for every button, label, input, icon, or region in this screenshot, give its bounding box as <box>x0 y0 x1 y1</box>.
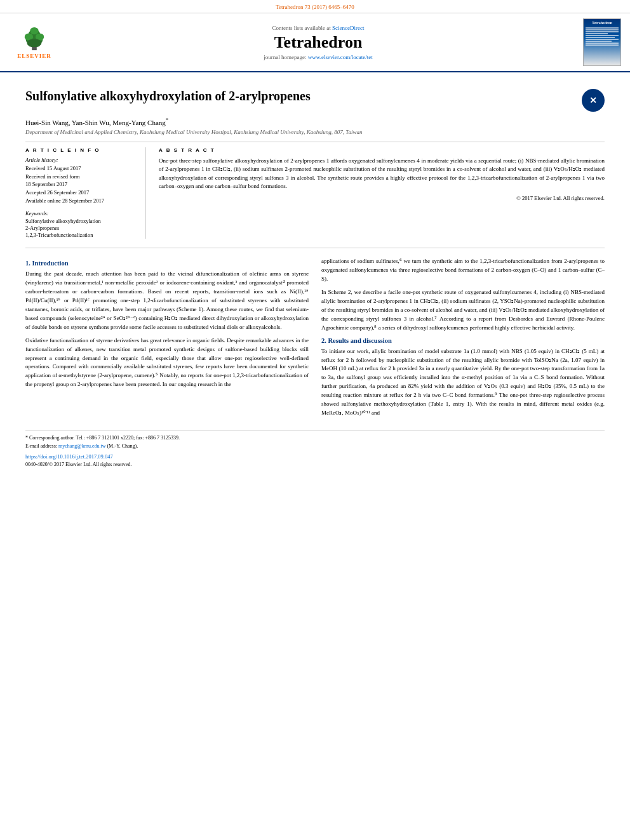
keyword-2: 2-Arylpropenes <box>25 225 137 231</box>
svg-point-4 <box>30 27 38 34</box>
journal-homepage-line: journal homepage: www.elsevier.com/locat… <box>60 54 577 60</box>
email-label: E-mail address: <box>25 443 57 449</box>
abstract-label: A B S T R A C T <box>159 147 605 153</box>
email-name: (M.-Y. Chang). <box>107 443 138 449</box>
abstract-column: A B S T R A C T One-pot three-step sulfo… <box>159 147 605 239</box>
doi-link[interactable]: https://doi.org/10.1016/j.tet.2017.09.04… <box>25 453 113 460</box>
journal-header: ELSEVIER Contents lists available at Sci… <box>0 13 630 72</box>
issn-line: 0040-4020/© 2017 Elsevier Ltd. All right… <box>25 462 605 467</box>
elsevier-label: ELSEVIER <box>17 53 51 59</box>
elsevier-logo: ELSEVIER <box>9 26 60 59</box>
keyword-1: Sulfonylative alkoxyhydroxylation <box>25 218 137 224</box>
corresponding-author-note: * Corresponding author. Tel.: +886 7 312… <box>25 434 605 441</box>
homepage-url[interactable]: www.elsevier.com/locate/tet <box>308 54 373 60</box>
email-link[interactable]: mychang@kmu.edu.tw <box>58 443 105 449</box>
abstract-copyright: © 2017 Elsevier Ltd. All rights reserved… <box>159 195 605 201</box>
revised-date: 18 September 2017 <box>25 181 137 189</box>
journal-middle: Contents lists available at ScienceDirec… <box>60 25 577 60</box>
divider-2 <box>25 248 605 248</box>
top-reference-bar: Tetrahedron 73 (2017) 6465–6470 <box>0 0 630 13</box>
body-two-col: 1. Introduction During the past decade, … <box>25 257 605 422</box>
journal-name: Tetrahedron <box>60 33 577 52</box>
journal-cover-image: Tetrahedron <box>577 18 621 66</box>
crossmark-badge[interactable]: ✕ <box>582 89 605 112</box>
keyword-3: 1,2,3-Tricarbofunctionalization <box>25 232 137 238</box>
article-info-column: A R T I C L E I N F O Article history: R… <box>25 147 146 239</box>
article-title-row: Sulfonylative alkoxyhydroxylation of 2-a… <box>25 89 605 112</box>
corresponding-author-marker: * <box>166 117 169 123</box>
affiliation: Department of Medicinal and Applied Chem… <box>25 129 605 135</box>
elsevier-tree-icon <box>19 26 50 51</box>
keywords-label: Keywords: <box>25 210 137 217</box>
crossmark-icon: ✕ <box>589 95 597 106</box>
journal-reference: Tetrahedron 73 (2017) 6465–6470 <box>276 4 354 10</box>
body-content: 1. Introduction During the past decade, … <box>25 257 605 422</box>
article-info-abstract-section: A R T I C L E I N F O Article history: R… <box>25 147 605 239</box>
results-heading: 2. Results and discussion <box>321 337 605 344</box>
divider-1 <box>25 142 605 142</box>
body-right-col: applications of sodium sulfinates,⁶ we t… <box>321 257 605 422</box>
authors: Huei-Sin Wang, Yan-Shin Wu, Meng-Yang Ch… <box>25 119 166 126</box>
accepted-date: Accepted 26 September 2017 <box>25 189 137 197</box>
article-history-label: Article history: <box>25 157 137 163</box>
article-title: Sulfonylative alkoxyhydroxylation of 2-a… <box>25 89 575 103</box>
corresponding-label: * Corresponding author. <box>25 435 75 441</box>
contents-line: Contents lists available at ScienceDirec… <box>60 25 577 31</box>
revised-label: Received in revised form <box>25 173 137 181</box>
main-content: Sulfonylative alkoxyhydroxylation of 2-a… <box>0 72 630 474</box>
right-para-2: In Scheme 2, we describe a facile one-po… <box>321 288 605 333</box>
tel-fax: Tel.: +886 7 3121101 x2220; fax: +886 7 … <box>76 435 180 441</box>
footer-section: * Corresponding author. Tel.: +886 7 312… <box>25 430 605 467</box>
cover-box: Tetrahedron <box>583 18 621 66</box>
right-para-1: applications of sodium sulfinates,⁶ we t… <box>321 257 605 284</box>
results-para-1: To initiate our work, allylic brominatio… <box>321 347 605 418</box>
abstract-text: One-pot three-step sulfonylative alkoxyh… <box>159 157 605 191</box>
sciencedirect-link[interactable]: ScienceDirect <box>332 25 364 31</box>
page: Tetrahedron 73 (2017) 6465–6470 ELSEVIE <box>0 0 630 840</box>
intro-para-2: Oxidative functionalization of styrene d… <box>25 337 309 390</box>
email-line: E-mail address: mychang@kmu.edu.tw (M.-Y… <box>25 443 605 450</box>
article-info-label: A R T I C L E I N F O <box>25 147 137 153</box>
cover-title: Tetrahedron <box>584 19 620 25</box>
available-date: Available online 28 September 2017 <box>25 197 137 205</box>
received-date: Received 15 August 2017 <box>25 165 137 173</box>
svg-point-7 <box>27 39 42 47</box>
intro-para-1: During the past decade, much attention h… <box>25 270 309 332</box>
intro-heading: 1. Introduction <box>25 260 309 267</box>
body-left-col: 1. Introduction During the past decade, … <box>25 257 309 422</box>
authors-line: Huei-Sin Wang, Yan-Shin Wu, Meng-Yang Ch… <box>25 117 605 126</box>
